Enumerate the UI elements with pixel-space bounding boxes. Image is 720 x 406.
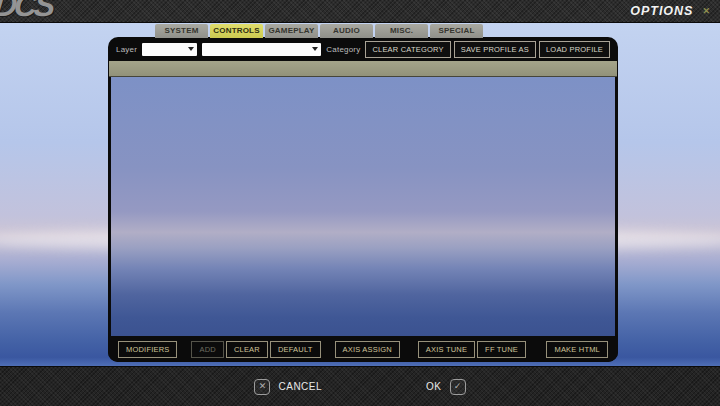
bindings-table-body[interactable]	[111, 77, 615, 336]
save-profile-as-button[interactable]: SAVE PROFILE AS	[454, 41, 536, 58]
tab-audio[interactable]: AUDIO	[320, 24, 373, 38]
axis-tune-button[interactable]: AXIS TUNE	[418, 341, 475, 358]
tab-gameplay[interactable]: GAMEPLAY	[265, 24, 318, 38]
chevron-down-icon	[312, 47, 318, 51]
category-select[interactable]	[202, 43, 322, 56]
titlebar-right: OPTIONS ✕	[630, 4, 720, 18]
controls-footer-toolbar: MODIFIERS ADD CLEAR DEFAULT AXIS ASSIGN …	[108, 336, 618, 362]
category-label: Category	[326, 45, 360, 54]
default-button[interactable]: DEFAULT	[270, 341, 321, 358]
title-bar: DCS OPTIONS ✕	[0, 0, 720, 23]
options-screen: DCS OPTIONS ✕ SYSTEM CONTROLS GAMEPLAY A…	[0, 0, 720, 406]
tab-misc[interactable]: MISC.	[375, 24, 428, 38]
chevron-down-icon	[188, 47, 194, 51]
close-icon[interactable]: ✕	[702, 6, 710, 16]
clear-button[interactable]: CLEAR	[226, 341, 268, 358]
cancel-x-icon[interactable]: ✕	[254, 379, 270, 395]
cancel-button[interactable]: ✕ CANCEL	[254, 379, 322, 395]
tab-special[interactable]: SPECIAL	[430, 24, 483, 38]
bindings-table-header	[109, 61, 617, 77]
action-bar: ✕ CANCEL OK ✓	[0, 366, 720, 406]
layer-select[interactable]	[142, 43, 197, 56]
axis-assign-button[interactable]: AXIS ASSIGN	[335, 341, 400, 358]
ff-tune-button[interactable]: FF TUNE	[477, 341, 526, 358]
cancel-label: CANCEL	[278, 381, 322, 392]
clear-category-button[interactable]: CLEAR CATEGORY	[365, 41, 450, 58]
load-profile-button[interactable]: LOAD PROFILE	[539, 41, 610, 58]
add-button[interactable]: ADD	[191, 341, 223, 358]
options-tabs: SYSTEM CONTROLS GAMEPLAY AUDIO MISC. SPE…	[155, 24, 483, 38]
dcs-logo: DCS	[0, 0, 78, 23]
ok-check-icon[interactable]: ✓	[450, 379, 466, 395]
tab-controls[interactable]: CONTROLS	[210, 24, 263, 38]
tab-system[interactable]: SYSTEM	[155, 24, 208, 38]
ok-label: OK	[426, 381, 441, 392]
controls-panel: Layer Category CLEAR CATEGORY SAVE PROFI…	[108, 37, 618, 362]
make-html-button[interactable]: MAKE HTML	[546, 341, 608, 358]
modifiers-button[interactable]: MODIFIERS	[118, 341, 177, 358]
page-title: OPTIONS	[630, 4, 693, 18]
controls-toolbar: Layer Category CLEAR CATEGORY SAVE PROFI…	[108, 37, 618, 61]
profile-button-group: CLEAR CATEGORY SAVE PROFILE AS LOAD PROF…	[365, 41, 610, 58]
layer-label: Layer	[116, 45, 137, 54]
ok-button[interactable]: OK ✓	[426, 379, 465, 395]
dcs-logo-text: DCS	[0, 0, 55, 23]
